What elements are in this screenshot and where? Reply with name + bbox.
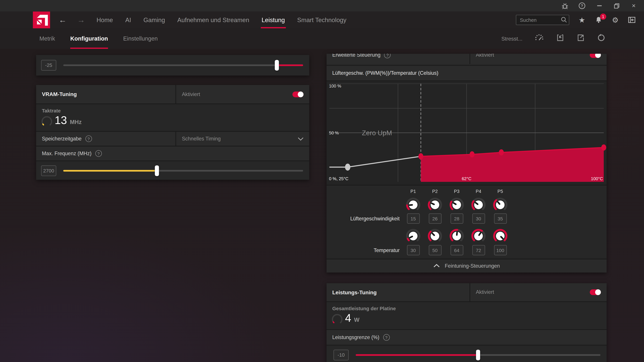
power-limit-label: Leistungsgrenze (%) <box>332 335 379 340</box>
clock-rate-unit: MHz <box>70 119 82 125</box>
temperature-knob-p5[interactable] <box>491 227 509 245</box>
help-icon[interactable]: ? <box>578 2 586 9</box>
stress-test-label[interactable]: Stresst... <box>501 35 522 42</box>
fan-speed-value-p3[interactable]: 28 <box>450 213 463 224</box>
nav-item-home[interactable]: Home <box>96 11 113 28</box>
nav-item-gaming[interactable]: Gaming <box>144 11 165 28</box>
dock-panel-icon[interactable] <box>628 16 636 23</box>
advanced-status-label: Aktiviert <box>476 54 494 58</box>
back-arrow-icon[interactable]: ← <box>53 11 72 28</box>
chevron-up-icon <box>433 263 440 269</box>
favorites-star-icon[interactable]: ★ <box>578 16 585 24</box>
temperature-knob-p1[interactable] <box>404 227 422 245</box>
vram-tuning-toggle[interactable] <box>292 91 304 97</box>
performance-subnav: Metrik Konfiguration Einstellungen Stres… <box>0 28 644 49</box>
fan-speed-value-p1[interactable]: 15 <box>407 213 420 224</box>
fan-speed-row-label: Lüftergeschwindigkeit <box>326 213 400 224</box>
gpu-offset-track[interactable] <box>63 64 303 66</box>
restore-icon[interactable] <box>613 2 620 9</box>
vram-status-label: Aktiviert <box>182 91 200 97</box>
svg-text:50 %: 50 % <box>329 131 339 135</box>
temperature-knob-p2[interactable] <box>426 227 444 245</box>
fan-speed-knob-p1[interactable] <box>404 196 422 214</box>
memory-timing-dropdown[interactable]: Schnelles Timing <box>176 132 309 146</box>
fan-speed-knob-p3[interactable] <box>448 196 466 214</box>
titlebar: ? × <box>0 0 644 11</box>
reset-icon[interactable] <box>597 34 606 43</box>
tuning-content: -25 VRAM-Tuning Aktiviert Taktrate <box>0 49 644 362</box>
nav-item-performance[interactable]: Leistung <box>262 11 285 28</box>
power-limit-slider[interactable]: -10 <box>326 346 606 362</box>
search-icon <box>560 16 567 25</box>
nav-item-ai[interactable]: AI <box>125 11 131 28</box>
help-icon[interactable]: ? <box>384 54 391 58</box>
temperature-knob-p4[interactable] <box>470 227 488 245</box>
vram-tuning-title: VRAM-Tuning <box>42 91 77 97</box>
temperature-value-p3[interactable]: 64 <box>450 245 463 255</box>
fan-point-header-p2: P2 <box>426 189 444 194</box>
fan-speed-value-p2[interactable]: 26 <box>429 213 442 224</box>
power-tuning-panel: Leistungs-Tuning Aktiviert Gesamtleistun… <box>326 283 606 362</box>
temperature-value-p1[interactable]: 30 <box>407 245 420 255</box>
slider-handle[interactable] <box>476 350 480 361</box>
fan-curve-chart[interactable]: 100 %50 %0 %, 25°C62°C100°CZero UpM <box>326 81 606 185</box>
gpu-offset-slider[interactable]: -25 <box>36 55 310 75</box>
slider-handle[interactable] <box>155 165 159 176</box>
tab-metrics[interactable]: Metrik <box>40 28 55 49</box>
bug-report-icon[interactable] <box>561 2 568 9</box>
fan-tuning-panel: Erweiterte Steuerung? Aktiviert Lüfterge… <box>326 54 606 273</box>
gpu-offset-panel: -25 <box>36 55 310 75</box>
nav-item-record-stream[interactable]: Aufnehmen und Streamen <box>177 11 249 28</box>
settings-gear-icon[interactable]: ⚙ <box>612 16 619 24</box>
tab-settings[interactable]: Einstellungen <box>123 28 158 49</box>
gpu-offset-value[interactable]: -25 <box>41 60 56 71</box>
max-frequency-value[interactable]: 2700 <box>41 165 56 176</box>
finetuning-collapse-button[interactable]: Feintuning-Steuerungen <box>326 259 606 273</box>
svg-text:62°C: 62°C <box>462 176 471 181</box>
power-limit-value[interactable]: -10 <box>334 350 349 361</box>
power-tuning-toggle[interactable] <box>590 290 601 295</box>
advanced-control-toggle[interactable] <box>590 54 601 58</box>
svg-text:0 %, 25°C: 0 %, 25°C <box>329 176 348 181</box>
advanced-control-title: Erweiterte Steuerung <box>332 54 380 58</box>
amd-logo[interactable] <box>33 11 50 28</box>
fan-speed-knob-p4[interactable] <box>470 196 488 214</box>
export-profile-icon[interactable] <box>576 34 585 43</box>
stress-gauge-icon[interactable] <box>535 34 544 43</box>
max-frequency-slider[interactable]: 2700 <box>36 161 310 180</box>
import-profile-icon[interactable] <box>556 34 564 43</box>
notifications-bell-icon[interactable]: 1 <box>595 16 602 24</box>
temperature-value-p2[interactable]: 50 <box>429 245 442 255</box>
fan-curve-finetuning: P1P2P3P4P5Lüftergeschwindigkeit152628303… <box>326 186 606 259</box>
fan-speed-value-p4[interactable]: 30 <box>472 213 485 224</box>
svg-text:Zero UpM: Zero UpM <box>362 129 392 137</box>
temperature-value-p4[interactable]: 72 <box>472 245 485 255</box>
nav-item-smart-technology[interactable]: Smart Technology <box>297 11 346 28</box>
clock-gauge-icon <box>40 115 53 129</box>
main-navbar: ← → Home AI Gaming Aufnehmen und Streame… <box>0 11 644 28</box>
temperature-knob-p3[interactable] <box>448 227 466 245</box>
fan-speed-value-p5[interactable]: 35 <box>494 213 507 224</box>
svg-text:?: ? <box>581 4 583 8</box>
temperature-value-p5[interactable]: 100 <box>494 245 507 255</box>
board-power-label: Gesamtleistung der Platine <box>332 306 396 311</box>
max-frequency-track[interactable] <box>63 170 303 171</box>
fan-speed-knob-p2[interactable] <box>426 196 444 214</box>
svg-text:100°C: 100°C <box>591 176 603 181</box>
close-icon[interactable]: × <box>630 2 638 9</box>
minimize-icon[interactable] <box>596 2 603 9</box>
adrenalin-window: ? × ← → Home AI Gaming Aufnehmen und Str… <box>0 0 644 362</box>
fan-speed-knob-p5[interactable] <box>491 196 509 214</box>
power-tuning-title: Leistungs-Tuning <box>332 289 377 295</box>
help-icon[interactable]: ? <box>95 150 102 157</box>
board-power-gauge-icon <box>331 313 343 327</box>
help-icon[interactable]: ? <box>383 334 390 341</box>
tab-tuning[interactable]: Konfiguration <box>70 28 108 49</box>
help-icon[interactable]: ? <box>85 135 92 142</box>
power-limit-track[interactable] <box>356 354 600 356</box>
search-box[interactable] <box>516 15 569 25</box>
power-status-label: Aktiviert <box>476 290 494 295</box>
chevron-down-icon <box>298 135 304 142</box>
forward-arrow-icon[interactable]: → <box>72 11 90 28</box>
slider-handle[interactable] <box>275 60 279 71</box>
